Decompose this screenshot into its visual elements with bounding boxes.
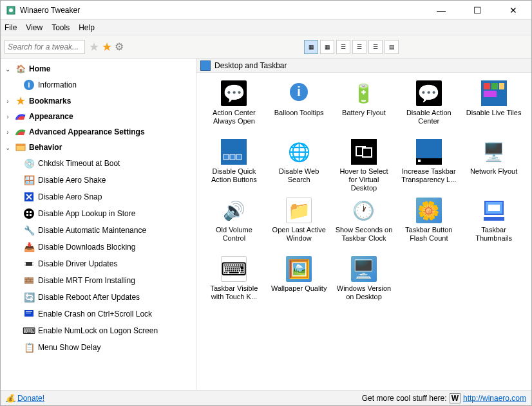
store-icon: [23, 207, 35, 220]
tile-taskbar-flash[interactable]: 🌼Taskbar Button Flash Count: [397, 196, 460, 251]
desktop-version-icon: 🖥️: [351, 256, 377, 282]
tile-taskbar-transparency[interactable]: Increase Taskbar Transparency L...: [397, 138, 460, 192]
no-action-center-icon: 💬: [416, 80, 442, 106]
view-large-icons[interactable]: ▦: [304, 40, 318, 54]
tile-hover-virtual-desktop[interactable]: Hover to Select for Virtual Desktop: [333, 138, 395, 192]
tile-battery-flyout[interactable]: 🔋Battery Flyout: [333, 79, 395, 134]
action-center-icon: 💬: [221, 80, 247, 106]
chevron-down-icon[interactable]: ⌄: [3, 66, 12, 73]
home-icon: 🏠: [15, 63, 26, 75]
thumbnails-icon: [481, 198, 507, 223]
svg-rect-36: [236, 154, 242, 160]
app-icon: [6, 5, 16, 15]
tree-aero-shake[interactable]: 🪟Disable Aero Shake: [1, 172, 196, 189]
svg-rect-12: [26, 262, 32, 266]
keyboard-icon: ⌨: [23, 324, 35, 337]
live-tiles-icon: [481, 80, 507, 106]
tree-auto-maint[interactable]: 🔧Disable Automatic Maintenance: [1, 222, 196, 239]
sidebar[interactable]: ⌄ 🏠 Home i Information › ★ Bookmarks › A…: [1, 59, 196, 390]
tree-chkdsk[interactable]: 💿Chkdsk Timeout at Boot: [1, 155, 196, 172]
settings-icon[interactable]: ⚙: [115, 41, 124, 53]
tile-action-center-open[interactable]: 💬Action Center Always Open: [203, 79, 265, 134]
svg-rect-29: [484, 83, 490, 89]
tree-behavior[interactable]: ⌄ Behavior: [1, 140, 196, 155]
tree-bookmarks[interactable]: › ★ Bookmarks: [1, 93, 196, 109]
menu-view[interactable]: View: [26, 23, 43, 32]
tree-downloads-block[interactable]: 📥Disable Downloads Blocking: [1, 239, 196, 255]
behavior-icon: [15, 142, 26, 153]
tree-driver-updates[interactable]: Disable Driver Updates: [1, 255, 196, 272]
close-button[interactable]: ✕: [500, 5, 526, 15]
tree-reboot-updates[interactable]: 🔄Disable Reboot After Updates: [1, 289, 196, 306]
tile-disable-action-center[interactable]: 💬Disable Action Center: [397, 79, 460, 134]
view-list[interactable]: ☰: [352, 40, 366, 54]
titlebar: Winaero Tweaker — ☐ ✕: [1, 1, 531, 20]
tree-appearance[interactable]: › Appearance: [1, 109, 196, 124]
svg-text:i: i: [28, 80, 30, 89]
menu-tools[interactable]: Tools: [52, 23, 70, 32]
tree-app-lookup[interactable]: Disable App Lookup in Store: [1, 205, 196, 222]
maximize-button[interactable]: ☐: [464, 5, 490, 15]
tile-old-volume[interactable]: 🔊Old Volume Control: [203, 196, 265, 251]
tile-taskbar-touch-keyboard[interactable]: ⌨Taskbar Visible with Touch K...: [203, 255, 265, 309]
tile-taskbar-seconds[interactable]: 🕐Show Seconds on Taskbar Clock: [333, 196, 395, 251]
svg-rect-32: [484, 91, 497, 97]
winaero-url[interactable]: http://winaero.com: [463, 394, 526, 403]
view-medium-icons[interactable]: ▦: [320, 40, 334, 54]
svg-rect-45: [484, 217, 504, 221]
content-pane: Desktop and Taskbar 💬Action Center Alway…: [196, 59, 531, 390]
network-icon: 🖥️: [481, 139, 507, 165]
tree-aero-snap[interactable]: Disable Aero Snap: [1, 189, 196, 205]
donate-link[interactable]: 💰 Donate!: [6, 394, 44, 403]
tile-wallpaper-quality[interactable]: 🖼️Wallpaper Quality: [268, 255, 330, 309]
virtual-desktop-icon: [351, 139, 377, 165]
bookmark-icon[interactable]: ★: [102, 40, 112, 54]
quick-actions-icon: [221, 139, 247, 165]
svg-point-1: [9, 8, 13, 12]
tile-grid: 💬Action Center Always Open iBalloon Tool…: [196, 73, 531, 390]
tree-mrt[interactable]: Disable MRT From Installing: [1, 272, 196, 289]
svg-rect-10: [26, 214, 28, 216]
svg-rect-11: [30, 214, 32, 216]
tile-balloon-tooltips[interactable]: iBalloon Tooltips: [268, 79, 330, 134]
toolbar: ★ ★ ⚙ ▦ ▦ ☰ ☰ ☰ ▤: [1, 35, 531, 59]
chevron-right-icon[interactable]: ›: [3, 129, 12, 136]
clock-icon: 🕐: [351, 198, 377, 223]
taskbar-trans-icon: [416, 139, 442, 165]
menu-file[interactable]: File: [5, 23, 17, 32]
search-input[interactable]: [5, 40, 85, 54]
tree-crash[interactable]: Enable Crash on Ctrl+Scroll Lock: [1, 306, 196, 322]
wrench-icon: 🔧: [23, 224, 35, 237]
tree-advanced-appearance[interactable]: › Advanced Appearance Settings: [1, 124, 196, 140]
tile-disable-live-tiles[interactable]: Disable Live Tiles: [462, 79, 525, 134]
tile-windows-version[interactable]: 🖥️Windows Version on Desktop: [333, 255, 395, 309]
menubar: File View Tools Help: [1, 20, 531, 35]
touch-keyboard-icon: ⌨: [221, 256, 247, 282]
tree-information[interactable]: i Information: [1, 77, 196, 93]
view-small-icons[interactable]: ☰: [336, 40, 350, 54]
tile-taskbar-thumbnails[interactable]: Taskbar Thumbnails: [462, 196, 525, 251]
bookmark-add-icon[interactable]: ★: [89, 40, 99, 54]
snap-icon: [23, 190, 35, 203]
tile-disable-quick-actions[interactable]: Disable Quick Action Buttons: [203, 138, 265, 192]
info-icon: i: [23, 78, 35, 91]
tree-menu-delay[interactable]: 📋Menu Show Delay: [1, 339, 196, 356]
chevron-down-icon[interactable]: ⌄: [3, 144, 12, 151]
tile-disable-web-search[interactable]: 🌐Disable Web Search: [268, 138, 330, 192]
tree-home[interactable]: ⌄ 🏠 Home: [1, 61, 196, 77]
appearance-icon: [15, 111, 26, 122]
chevron-right-icon[interactable]: ›: [3, 98, 12, 105]
tree-numlock[interactable]: ⌨Enable NumLock on Logon Screen: [1, 322, 196, 339]
svg-rect-34: [223, 154, 229, 160]
svg-rect-17: [24, 277, 33, 284]
menu-help[interactable]: Help: [79, 23, 95, 32]
minimize-button[interactable]: —: [428, 5, 454, 15]
view-details[interactable]: ☰: [368, 40, 383, 54]
bsod-icon: [23, 308, 35, 320]
window-title: Winaero Tweaker: [20, 6, 428, 15]
tile-open-last-window[interactable]: 📁Open Last Active Window: [268, 196, 330, 251]
view-tiles[interactable]: ▤: [385, 40, 399, 54]
chevron-right-icon[interactable]: ›: [3, 113, 12, 120]
flash-icon: 🌼: [416, 198, 442, 223]
tile-network-flyout[interactable]: 🖥️Network Flyout: [462, 138, 525, 192]
